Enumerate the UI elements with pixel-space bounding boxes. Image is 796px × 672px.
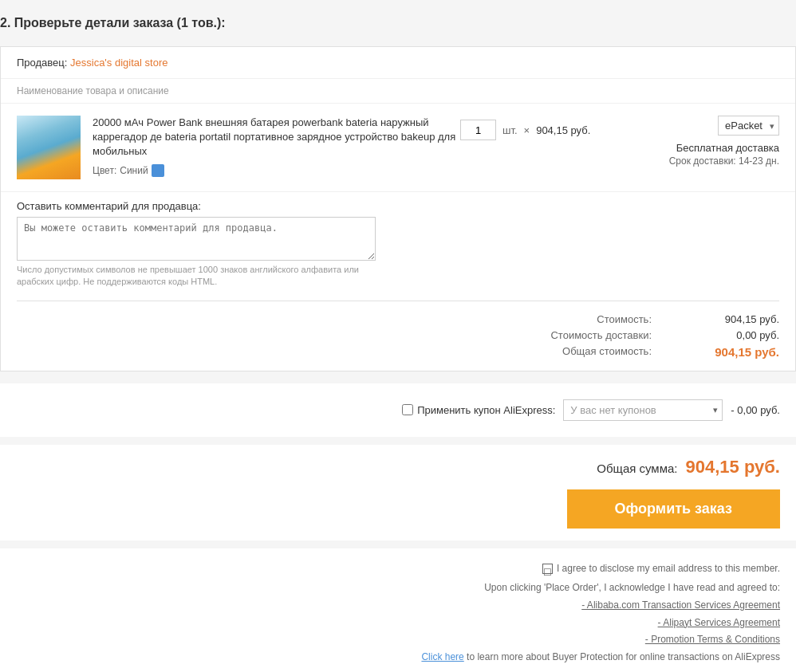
product-row: 20000 мАч Power Bank внешняя батарея pow…: [1, 104, 795, 192]
comment-section: Оставить комментарий для продавца: Число…: [1, 192, 795, 301]
comment-label: Оставить комментарий для продавца:: [17, 200, 779, 212]
product-col-header: Наименование товара и описание: [1, 79, 795, 104]
product-color: Цвет: Синий: [93, 164, 460, 177]
coupon-label[interactable]: Применить купон AliExpress:: [402, 404, 555, 416]
product-thumbnail: [17, 116, 81, 179]
click-here-link[interactable]: Click here: [421, 651, 463, 662]
color-label: Цвет:: [93, 165, 116, 176]
agree-row: ☐ I agree to disclose my email address t…: [16, 560, 780, 578]
comment-hint: Число допустимых символов не превышает 1…: [17, 264, 376, 289]
seller-name: Jessica's digital store: [70, 57, 167, 69]
promotion-link-row: - Promotion Terms & Conditions: [16, 631, 780, 649]
alibaba-link-row: - Alibaba.com Transaction Services Agree…: [16, 597, 780, 615]
quantity-input[interactable]: 1: [460, 120, 496, 140]
agree-checkbox[interactable]: ☐: [542, 564, 553, 574]
alibaba-link[interactable]: - Alibaba.com Transaction Services Agree…: [581, 599, 780, 611]
cost-label: Стоимость:: [524, 313, 652, 325]
shipping-method-wrapper[interactable]: ePacket: [718, 116, 779, 136]
cost-row: Стоимость: 904,15 руб.: [17, 313, 779, 325]
buyer-protection-row: Click here to learn more about Buyer Pro…: [16, 649, 780, 666]
seller-label: Продавец:: [17, 57, 67, 69]
legal-section: ☐ I agree to disclose my email address t…: [0, 548, 796, 672]
total-row: Общая стоимость: 904,15 руб.: [17, 345, 779, 359]
section-title: 2. Проверьте детали заказа (1 тов.):: [0, 8, 796, 38]
shipping-method-select[interactable]: ePacket: [718, 116, 779, 136]
total-value: 904,15 руб.: [684, 345, 779, 359]
shipping-cost-value: 0,00 руб.: [684, 329, 779, 341]
alipay-link-row: - Alipayt Services Agreement: [16, 615, 780, 632]
alipay-link[interactable]: - Alipayt Services Agreement: [658, 617, 780, 628]
acknowledge-text: Upon clicking 'Place Order', I acknowled…: [16, 580, 780, 597]
grand-total-row: Общая сумма: 904,15 руб.: [16, 457, 780, 477]
cost-value: 904,15 руб.: [684, 313, 779, 325]
shipping-cost-row: Стоимость доставки: 0,00 руб.: [17, 329, 779, 341]
times-sign: ×: [524, 124, 530, 136]
coupon-checkbox[interactable]: [402, 404, 413, 415]
qty-unit: шт.: [502, 124, 518, 136]
product-shipping: ePacket Бесплатная доставка Срок доставк…: [620, 116, 779, 167]
coupon-section: Применить купон AliExpress: У вас нет ку…: [0, 383, 796, 437]
product-name: 20000 мАч Power Bank внешняя батарея pow…: [93, 116, 460, 159]
unit-price: 904,15 руб.: [536, 124, 590, 136]
product-image: [17, 116, 81, 179]
product-details: 20000 мАч Power Bank внешняя батарея pow…: [93, 116, 460, 177]
buyer-protection-text: to learn more about Buyer Protection for…: [464, 651, 780, 662]
coupon-select-wrapper[interactable]: У вас нет купонов: [563, 399, 723, 421]
free-shipping-label: Бесплатная доставка: [676, 142, 779, 154]
product-qty-price: 1 шт. × 904,15 руб.: [460, 116, 620, 140]
promotion-link[interactable]: - Promotion Terms & Conditions: [645, 634, 780, 645]
place-order-button[interactable]: Оформить заказ: [567, 489, 780, 529]
color-swatch: [152, 164, 164, 177]
comment-textarea[interactable]: [17, 217, 376, 261]
order-card: Продавец: Jessica's digital store Наимен…: [0, 46, 796, 371]
agree-text: I agree to disclose my email address to …: [557, 560, 780, 578]
coupon-select[interactable]: У вас нет купонов: [563, 399, 723, 421]
seller-row: Продавец: Jessica's digital store: [1, 47, 795, 79]
grand-total-label: Общая сумма:: [597, 462, 677, 475]
grand-total-value: 904,15 руб.: [686, 457, 781, 477]
cost-summary: Стоимость: 904,15 руб. Стоимость доставк…: [1, 301, 795, 371]
order-total-section: Общая сумма: 904,15 руб. Оформить заказ: [0, 445, 796, 540]
coupon-discount: - 0,00 руб.: [731, 404, 780, 416]
shipping-cost-label: Стоимость доставки:: [524, 329, 652, 341]
color-name: Синий: [120, 165, 148, 176]
total-label: Общая стоимость:: [524, 345, 652, 359]
delivery-time-label: Срок доставки: 14-23 дн.: [669, 155, 779, 167]
coupon-label-text: Применить купон AliExpress:: [417, 404, 555, 416]
